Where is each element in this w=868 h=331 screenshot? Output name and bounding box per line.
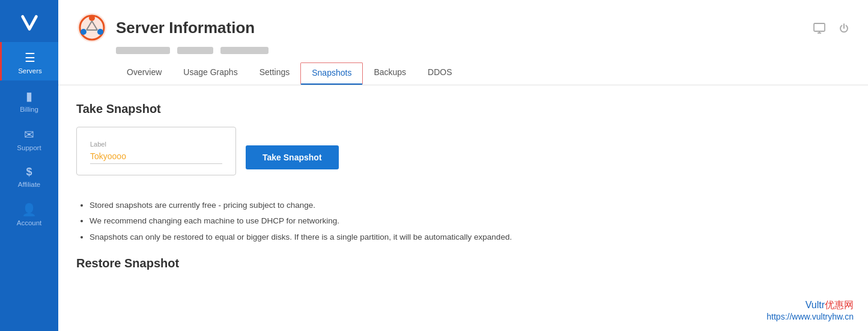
restore-snapshot-title: Restore Snapshot (76, 257, 850, 270)
server-title: Server Information (116, 19, 255, 37)
sidebar: ☰ Servers ▮ Billing ✉ Support $ Affiliat… (0, 0, 58, 331)
svg-point-3 (80, 29, 86, 35)
brand-name: Vultr优惠网 (766, 299, 854, 312)
server-title-row: Server Information (76, 12, 463, 43)
snapshot-label-input[interactable] (90, 149, 222, 164)
tab-settings[interactable]: Settings (249, 62, 301, 85)
tab-overview[interactable]: Overview (116, 62, 172, 85)
power-icon[interactable] (838, 22, 850, 37)
take-snapshot-title: Take Snapshot (76, 102, 850, 116)
tab-usage-graphs[interactable]: Usage Graphs (172, 62, 248, 85)
server-info-header: Server Information Overview Usage Graphs… (76, 12, 463, 85)
server-os-icon (76, 12, 108, 43)
brand-url: https://www.vultryhw.cn (766, 312, 854, 321)
note-item-2: We recommend changing each machine to us… (90, 215, 850, 227)
bottom-brand: Vultr优惠网 https://www.vultryhw.cn (766, 299, 854, 321)
svg-rect-8 (814, 23, 825, 31)
snapshot-box: Label (76, 127, 236, 175)
label-input-group: Label (90, 141, 222, 164)
sidebar-item-servers[interactable]: ☰ Servers (0, 42, 58, 80)
servers-icon: ☰ (25, 50, 35, 65)
tab-snapshots[interactable]: Snapshots (300, 62, 363, 85)
monitor-icon[interactable] (813, 22, 826, 38)
sidebar-item-account-label: Account (17, 219, 42, 226)
svg-point-4 (97, 29, 103, 35)
svg-point-2 (89, 15, 95, 21)
meta-location (177, 47, 213, 54)
take-snapshot-button[interactable]: Take Snapshot (246, 145, 339, 169)
sidebar-item-servers-label: Servers (18, 67, 42, 74)
logo[interactable] (0, 0, 58, 42)
sidebar-item-billing-label: Billing (20, 106, 38, 113)
account-icon: 👤 (22, 202, 37, 217)
brand-youhui: 优惠网 (825, 300, 854, 310)
sidebar-item-billing[interactable]: ▮ Billing (0, 80, 58, 119)
affiliate-icon: $ (26, 166, 32, 178)
support-icon: ✉ (24, 127, 34, 142)
top-right-icons (813, 12, 850, 38)
note-item-1: Stored snapshots are currently free - pr… (90, 199, 850, 211)
sidebar-item-support-label: Support (17, 144, 41, 151)
sidebar-item-account[interactable]: 👤 Account (0, 194, 58, 232)
meta-os (220, 47, 269, 54)
tabs: Overview Usage Graphs Settings Snapshots… (116, 62, 463, 85)
server-meta (116, 47, 463, 54)
brand-vultr: Vultr (806, 300, 825, 310)
note-item-3: Snapshots can only be restored to equal … (90, 231, 850, 243)
notes-list: Stored snapshots are currently free - pr… (76, 199, 850, 243)
sidebar-item-affiliate[interactable]: $ Affiliate (0, 157, 58, 194)
meta-ip (116, 47, 170, 54)
tab-backups[interactable]: Backups (363, 62, 417, 85)
main-content: Server Information Overview Usage Graphs… (58, 0, 868, 331)
sidebar-item-affiliate-label: Affiliate (18, 181, 41, 188)
content-area: Take Snapshot Label Take Snapshot Stored… (58, 85, 868, 282)
billing-icon: ▮ (26, 89, 32, 103)
snapshot-form-wrapper: Label Take Snapshot (76, 127, 850, 187)
input-label: Label (90, 141, 222, 148)
tab-ddos[interactable]: DDOS (417, 62, 463, 85)
sidebar-item-support[interactable]: ✉ Support (0, 119, 58, 157)
top-bar: Server Information Overview Usage Graphs… (58, 0, 868, 85)
